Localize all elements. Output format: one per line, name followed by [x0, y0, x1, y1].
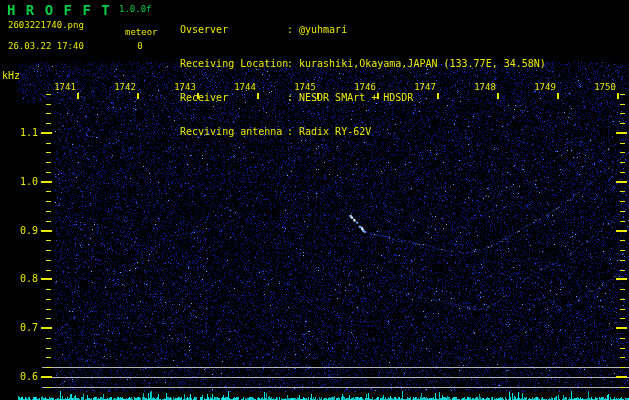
spectrogram-canvas	[0, 0, 629, 400]
hrofft-output: H R O F F T 1.0.0f 2603221740.png meteor…	[0, 0, 629, 400]
